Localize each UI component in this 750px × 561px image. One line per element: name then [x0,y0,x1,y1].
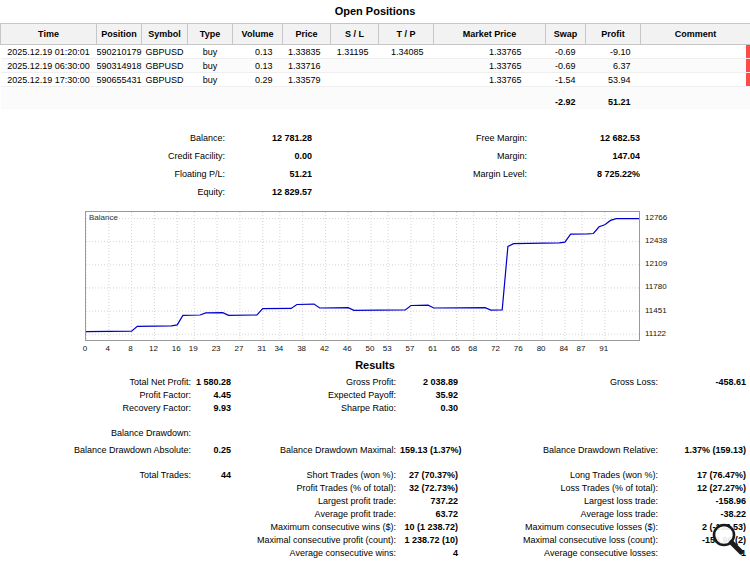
results-row: Average consecutive wins:4Average consec… [0,545,750,558]
result-value [195,506,235,519]
result-label: Recovery Factor: [0,400,195,413]
results-row: Profit Factor:4.45Expected Payoff:35.92 [0,387,750,400]
cell-profit: -9.10 [586,45,641,59]
spacer [0,129,130,147]
x-tick-label: 61 [428,344,437,353]
result-label [462,387,662,400]
positions-header: TimePositionSymbolTypeVolumePriceS / LT … [1,24,750,45]
table-row[interactable]: 2025.12.19 17:30:00590655431GBPUSDbuy0.2… [1,73,750,87]
column-header-volume: Volume [233,24,283,45]
summary-label: Margin Level: [432,165,527,183]
result-label: Maximal consecutive loss (count): [462,532,662,545]
result-label: Loss Trades (% of total): [462,480,662,493]
table-row[interactable]: 2025.12.19 06:30:00590314918GBPUSDbuy0.1… [1,59,750,73]
x-tick-label: 34 [274,344,283,353]
column-header-swap: Swap [546,24,586,45]
spacer [640,147,750,165]
result-value: 27 (70.37%) [400,455,462,480]
y-tick-label: 12438 [645,236,667,245]
column-header-type: Type [188,24,233,45]
cell-t-p [379,59,434,73]
summary-label: Equity: [130,183,225,201]
result-value: 44 [195,455,235,480]
y-tick-label: 11122 [645,329,666,338]
cell-s-l: 1.31195 [331,45,379,59]
results-title: Results [0,359,750,374]
spacer [0,183,130,201]
result-value: 4 [400,545,462,558]
y-tick-label: 12766 [645,213,667,222]
result-value: 35.92 [400,387,462,400]
empty-cell [641,87,750,109]
balance-chart: Balance 11122114511178012109124381276604… [0,211,750,357]
result-label: Average loss trade: [462,506,662,519]
y-tick-label: 12109 [645,259,667,268]
result-value: -38.22 [662,506,750,519]
result-label: Average profit trade: [235,506,400,519]
x-tick-label: 57 [406,344,415,353]
x-tick-label: 42 [320,344,329,353]
cell-type: buy [188,45,233,59]
summary-label: Floating P/L: [130,165,225,183]
cell-profit: 53.94 [586,73,641,87]
cell-swap: -1.54 [546,73,586,87]
summary-value: 12 682.53 [527,129,640,147]
column-header-t-p: T / P [379,24,434,45]
empty-cell [331,87,379,109]
result-label [0,506,195,519]
cell-swap: -0.69 [546,59,586,73]
cell-s-l [331,73,379,87]
cell-time: 2025.12.19 01:20:01 [1,45,97,59]
result-label: Gross Profit: [235,374,400,387]
cell-market-price: 1.33765 [434,45,546,59]
cell-symbol: GBPUSD [142,73,188,87]
result-value: 2 038.89 [400,374,462,387]
column-header-price: Price [283,24,331,45]
x-tick-label: 72 [491,344,500,353]
cell-price: 1.33835 [283,45,331,59]
result-value: 9.93 [195,400,235,413]
x-tick-label: 68 [468,344,477,353]
summary-label: Balance: [130,129,225,147]
cell-type: buy [188,73,233,87]
result-value [195,519,235,532]
cell-t-p [379,73,434,87]
result-value [662,400,750,413]
empty-cell [434,87,546,109]
result-label: Maximum consecutive wins ($): [235,519,400,532]
empty-cell [142,87,188,109]
x-tick-label: 27 [234,344,243,353]
x-tick-label: 53 [383,344,392,353]
x-tick-label: 16 [172,344,181,353]
result-label [462,400,662,413]
result-label: Average consecutive losses: [462,545,662,558]
result-value [195,493,235,506]
x-tick-label: 46 [343,344,352,353]
results-row: Profit Trades (% of total):32 (72.73%)Lo… [0,480,750,493]
results-row: Average profit trade:63.72Average loss t… [0,506,750,519]
result-value [662,387,750,400]
result-label: Short Trades (won %): [235,455,400,480]
result-label [0,493,195,506]
result-value: 0.30 [400,400,462,413]
cell-swap: -0.69 [546,45,586,59]
cell-comment [641,73,750,87]
column-header-time: Time [1,24,97,45]
results-row: Maximal consecutive profit (count):1 238… [0,532,750,545]
result-value: 159.13 (1.37%) [400,438,462,455]
cell-volume: 0.29 [233,73,283,87]
zoom-icon[interactable] [709,520,747,558]
empty-cell [233,87,283,109]
table-row[interactable]: 2025.12.19 01:20:01590210179GBPUSDbuy0.1… [1,45,750,59]
cell-t-p: 1.34085 [379,45,434,59]
column-header-position: Position [97,24,142,45]
x-tick-label: 12 [149,344,158,353]
x-tick-label: 80 [537,344,546,353]
cell-market-price: 1.33765 [434,73,546,87]
x-tick-label: 19 [189,344,198,353]
balance-line [86,218,639,331]
empty-cell [379,87,434,109]
summary-value: 51.21 [225,165,312,183]
summary-label: Margin: [432,147,527,165]
chart-grid [86,212,639,340]
